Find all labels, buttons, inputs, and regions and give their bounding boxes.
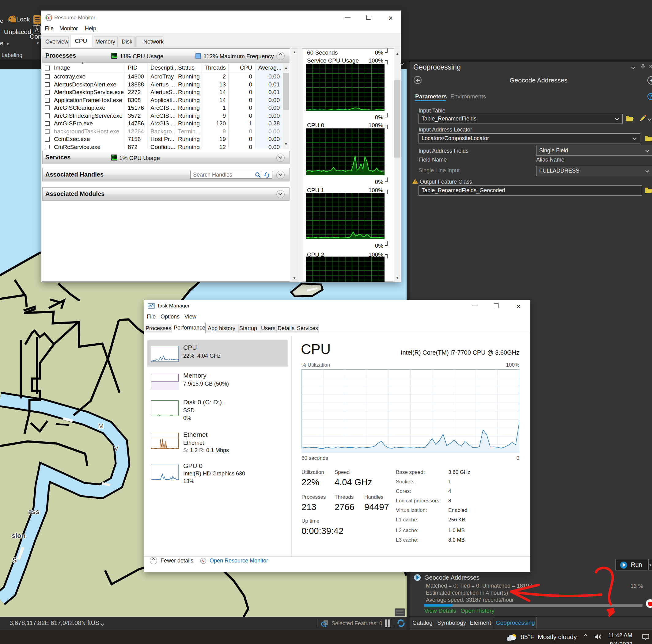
svg-text:S: S xyxy=(12,556,17,564)
svg-text:M: M xyxy=(98,422,104,430)
svg-text:V: V xyxy=(114,444,118,452)
svg-text:A: A xyxy=(35,27,38,33)
svg-text:ass: ass xyxy=(28,508,39,516)
svg-text:sion: sion xyxy=(11,532,25,539)
